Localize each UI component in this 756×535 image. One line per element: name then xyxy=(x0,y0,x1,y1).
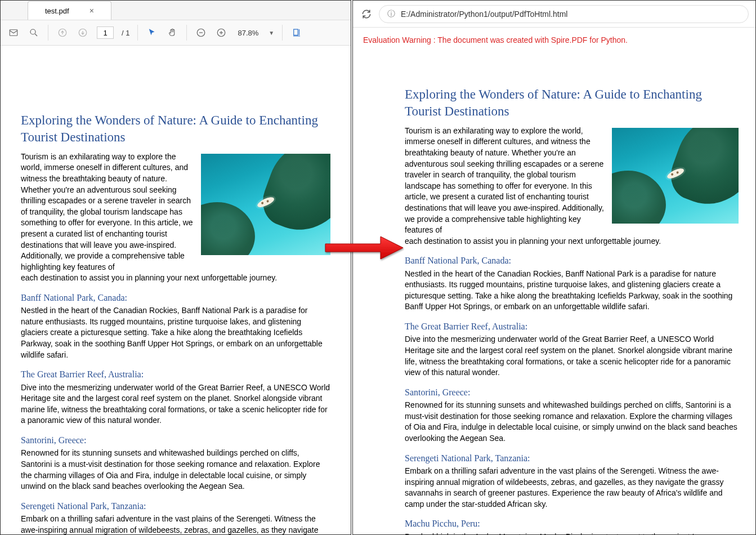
page-number-input[interactable] xyxy=(97,26,114,39)
section-body: Renowned for its stunning sunsets and wh… xyxy=(405,400,739,444)
pdf-tab-label: test.pdf xyxy=(45,7,69,15)
pointer-icon[interactable] xyxy=(146,26,158,39)
section-body: Embark on a thrilling safari adventure i… xyxy=(405,466,739,510)
svg-rect-0 xyxy=(10,30,17,36)
reload-icon[interactable] xyxy=(360,7,373,21)
document-title: Exploring the Wonders of Nature: A Guide… xyxy=(405,86,739,120)
prev-page-icon[interactable] xyxy=(56,26,69,39)
hero-image xyxy=(201,154,330,255)
search-icon[interactable] xyxy=(28,26,40,39)
svg-point-1 xyxy=(30,29,35,34)
section-body: Renowned for its stunning sunsets and wh… xyxy=(21,448,330,492)
section-title: The Great Barrier Reef, Australia: xyxy=(405,320,739,333)
toolbar-divider xyxy=(48,25,48,41)
close-tab-icon[interactable]: × xyxy=(90,6,94,15)
section-title: The Great Barrier Reef, Australia: xyxy=(21,368,330,381)
hero-image xyxy=(612,128,739,224)
section-title: Serengeti National Park, Tanzania: xyxy=(21,500,330,512)
section-title: Banff National Park, Canada: xyxy=(21,292,330,304)
pdf-page-content: Exploring the Wonders of Nature: A Guide… xyxy=(1,46,351,534)
toolbar-divider xyxy=(186,25,187,41)
zoom-out-icon[interactable] xyxy=(195,26,207,39)
section-title: Santorini, Greece: xyxy=(405,386,739,399)
pdf-viewer-panel: test.pdf × / 1 87. xyxy=(0,0,351,535)
intro-paragraph: Tourism is an exhilarating way to explor… xyxy=(405,126,609,236)
section-title: Santorini, Greece: xyxy=(21,434,330,447)
html-page-content: Exploring the Wonders of Nature: A Guide… xyxy=(353,47,755,534)
section-body: Perched high in the Andes Mountains, Mac… xyxy=(405,532,739,534)
zoom-dropdown-icon[interactable]: ▼ xyxy=(269,30,274,36)
zoom-level-label: 87.8% xyxy=(235,29,261,37)
section-body: Embark on a thrilling safari adventure i… xyxy=(21,514,330,534)
next-page-icon[interactable] xyxy=(77,26,89,39)
info-icon[interactable]: ⓘ xyxy=(387,9,395,19)
url-input[interactable]: ⓘ E:/Administrator/Python1/output/PdfToH… xyxy=(379,5,749,23)
fit-page-icon[interactable] xyxy=(290,26,303,39)
intro-paragraph: Tourism is an exhilarating way to explor… xyxy=(21,151,198,273)
page-total-label: / 1 xyxy=(122,29,129,37)
section-title: Banff National Park, Canada: xyxy=(405,255,739,267)
hand-icon[interactable] xyxy=(166,26,178,39)
section-body: Dive into the mesmerizing underwater wor… xyxy=(21,382,330,426)
pdf-toolbar: / 1 87.8% ▼ xyxy=(1,20,351,46)
section-body: Nestled in the heart of the Canadian Roc… xyxy=(405,269,739,313)
document-title: Exploring the Wonders of Nature: A Guide… xyxy=(21,112,330,146)
email-icon[interactable] xyxy=(7,26,20,39)
section-title: Machu Picchu, Peru: xyxy=(405,518,739,530)
zoom-in-icon[interactable] xyxy=(215,26,227,39)
pdf-tab-bar: test.pdf × xyxy=(1,1,351,20)
browser-address-bar: ⓘ E:/Administrator/Python1/output/PdfToH… xyxy=(353,1,755,28)
browser-panel: ⓘ E:/Administrator/Python1/output/PdfToH… xyxy=(352,0,756,535)
intro-continuation: each destination to assist you in planni… xyxy=(21,273,330,284)
pdf-tab[interactable]: test.pdf × xyxy=(28,1,111,20)
evaluation-warning: Evaluation Warning : The document was cr… xyxy=(353,28,755,47)
section-title: Serengeti National Park, Tanzania: xyxy=(405,452,739,465)
toolbar-divider xyxy=(137,25,138,41)
toolbar-divider xyxy=(282,25,283,41)
section-body: Dive into the mesmerizing underwater wor… xyxy=(405,334,739,378)
intro-continuation: each destination to assist you in planni… xyxy=(405,236,739,247)
url-text: E:/Administrator/Python1/output/PdfToHtm… xyxy=(401,10,567,19)
section-body: Nestled in the heart of the Canadian Roc… xyxy=(21,305,330,360)
svg-line-2 xyxy=(35,34,37,36)
svg-rect-10 xyxy=(294,29,298,35)
